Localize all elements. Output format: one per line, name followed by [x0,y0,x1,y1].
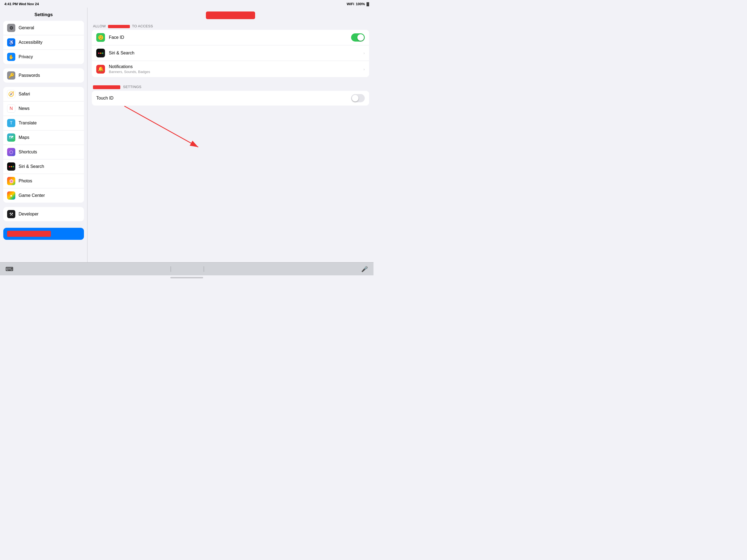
svg-line-1 [124,106,198,147]
notifications-text: Notifications Banners, Sounds, Badges [109,64,363,74]
maps-icon: 🗺 [7,133,15,142]
safari-icon: 🧭 [7,90,15,98]
touch-id-toggle-knob [352,95,358,101]
siri-search-control: › [363,51,365,55]
sidebar-item-maps[interactable]: 🗺 Maps [3,130,84,145]
touch-id-text: Touch ID [96,96,351,101]
sidebar-item-news[interactable]: N News [3,101,84,116]
home-indicator-bar [0,275,374,280]
notifications-control: › [363,67,365,71]
siri-search-label: Siri & Search [109,51,363,55]
face-id-toggle[interactable] [351,33,365,42]
sidebar-label-game-center: Game Center [19,193,45,198]
app-title-redacted [206,11,255,19]
battery-level: 100% [356,2,365,6]
notifications-row[interactable]: 🔔 Notifications Banners, Sounds, Badges … [92,61,369,77]
privacy-icon: ✋ [7,53,15,61]
notifications-icon: 🔔 [96,65,105,74]
sidebar-item-passwords[interactable]: 🔑 Passwords [3,68,84,82]
sidebar-label-news: News [19,106,29,111]
allow-access-group: 🙂 Face ID [92,30,369,77]
allow-section-label: ALLOW TO ACCESS [87,22,374,30]
accessibility-icon: ♿ [7,38,15,47]
battery-icon: ▓ [367,2,369,6]
keyboard-bar: ⌨ 🎤 [0,262,374,275]
sidebar-section-passwords: 🔑 Passwords [3,68,84,82]
notifications-label: Notifications [109,64,363,69]
notifications-chevron: › [363,67,365,71]
siri-icon [7,162,15,171]
keyboard-icon[interactable]: ⌨ [5,266,14,272]
sidebar-section-apps: 🧭 Safari N News T Translate 🗺 Maps ⬡ Sho… [3,87,84,203]
mic-icon[interactable]: 🎤 [361,266,368,272]
status-indicators: WiFi 100% ▓ [347,2,369,6]
sidebar-item-general[interactable]: ⚙ General [3,21,84,35]
face-id-control [351,33,365,42]
sidebar-item-siri-search[interactable]: Siri & Search [3,159,84,174]
sidebar-item-game-center[interactable]: ● Game Center [3,188,84,203]
status-bar: 4:41 PM Wed Nov 24 WiFi 100% ▓ [0,0,374,8]
general-icon: ⚙ [7,24,15,32]
sidebar-label-siri-search: Siri & Search [19,164,44,169]
passwords-icon: 🔑 [7,71,15,80]
sidebar-selected-item[interactable] [3,228,84,240]
sidebar-label-photos: Photos [19,179,32,183]
content-header [87,8,374,22]
sidebar-item-photos[interactable]: 🌸 Photos [3,174,84,188]
sidebar-label-translate: Translate [19,121,36,126]
sidebar-item-shortcuts[interactable]: ⬡ Shortcuts [3,145,84,159]
sidebar-item-accessibility[interactable]: ♿ Accessibility [3,35,84,50]
face-id-row[interactable]: 🙂 Face ID [92,30,369,45]
siri-search-icon [96,49,105,57]
keyboard-bar-center [171,266,204,272]
touch-id-toggle[interactable] [351,94,365,102]
developer-icon: ⚒ [7,210,15,218]
sidebar-section-general: ⚙ General ♿ Accessibility ✋ Privacy [3,21,84,64]
settings-section-label: SETTINGS [87,82,374,91]
translate-icon: T [7,119,15,127]
news-icon: N [7,104,15,113]
sidebar-label-passwords: Passwords [19,73,40,78]
siri-search-row[interactable]: Siri & Search › [92,45,369,61]
face-id-label: Face ID [109,35,351,40]
allow-app-name-redacted [108,25,130,28]
status-time-date: 4:41 PM Wed Nov 24 [4,2,39,6]
sidebar-selected-row[interactable] [3,228,84,240]
face-id-toggle-knob [357,34,364,41]
content-area: ALLOW TO ACCESS 🙂 Face ID [87,8,374,262]
sidebar: Settings ⚙ General ♿ Accessibility ✋ Pri… [0,8,87,262]
sidebar-label-general: General [19,25,34,30]
shortcuts-icon: ⬡ [7,148,15,156]
sidebar-label-safari: Safari [19,92,30,97]
sidebar-label-developer: Developer [19,212,38,217]
game-center-icon: ● [7,192,15,200]
touch-id-row[interactable]: Touch ID [92,91,369,105]
sidebar-item-privacy[interactable]: ✋ Privacy [3,50,84,64]
sidebar-label-maps: Maps [19,135,29,140]
sidebar-label-shortcuts: Shortcuts [19,150,37,154]
photos-icon: 🌸 [7,177,15,185]
sidebar-label-privacy: Privacy [19,54,33,59]
touch-id-control [351,94,365,102]
face-id-icon: 🙂 [96,33,105,42]
notifications-subtitle: Banners, Sounds, Badges [109,70,363,74]
main-layout: Settings ⚙ General ♿ Accessibility ✋ Pri… [0,8,374,262]
touch-id-label: Touch ID [96,96,351,101]
keyboard-divider-2 [204,266,204,272]
settings-app-name-redacted [93,85,120,89]
sidebar-item-translate[interactable]: T Translate [3,116,84,130]
sidebar-title: Settings [0,10,87,21]
app-settings-group: Touch ID [92,91,369,105]
sidebar-label-accessibility: Accessibility [19,40,42,45]
home-bar [170,277,203,278]
wifi-icon: WiFi [347,2,354,6]
sidebar-item-safari[interactable]: 🧭 Safari [3,87,84,101]
sidebar-selected-label-redacted [7,231,51,237]
siri-search-text: Siri & Search [109,51,363,55]
keyboard-divider-1 [171,266,171,272]
sidebar-item-developer[interactable]: ⚒ Developer [3,207,84,221]
siri-search-chevron: › [363,51,365,55]
face-id-text: Face ID [109,35,351,40]
sidebar-section-developer: ⚒ Developer [3,207,84,221]
